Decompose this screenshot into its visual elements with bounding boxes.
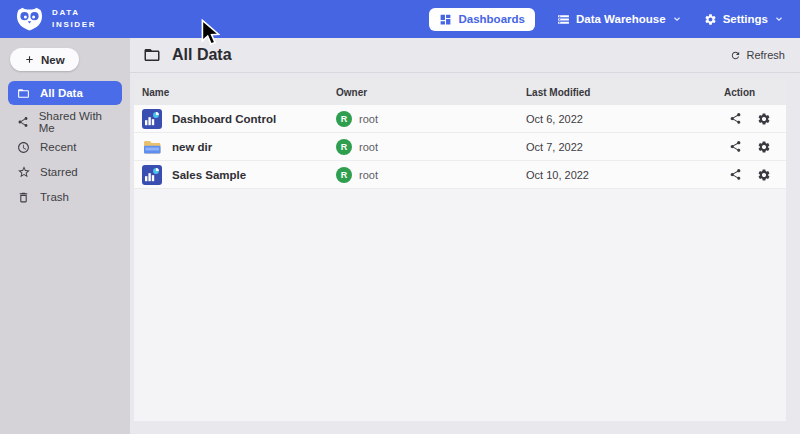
top-navigation: Dashboards Data Warehouse Settings xyxy=(429,8,784,31)
file-name: new dir xyxy=(172,141,212,153)
folder-file-icon xyxy=(142,137,162,157)
owner-avatar: R xyxy=(336,139,352,155)
sidebar-item-shared-with-me[interactable]: Shared With Me xyxy=(8,110,122,134)
owner-avatar: R xyxy=(336,111,352,127)
new-button-label: New xyxy=(41,54,65,66)
data-warehouse-label: Data Warehouse xyxy=(576,13,666,25)
main-content: All Data Refresh Name Owner Last Modifie… xyxy=(130,38,800,434)
column-header-owner: Owner xyxy=(336,87,526,98)
star-icon xyxy=(16,165,31,179)
sidebar-item-starred[interactable]: Starred xyxy=(8,160,122,184)
refresh-button[interactable]: Refresh xyxy=(730,49,785,61)
page-header: All Data Refresh xyxy=(130,38,800,73)
dashboards-label: Dashboards xyxy=(458,13,524,25)
file-table-card: Name Owner Last Modified Action Dashboar… xyxy=(134,79,786,421)
sidebar-item-label: Starred xyxy=(40,166,78,178)
owner-avatar: R xyxy=(336,167,352,183)
share-action-button[interactable] xyxy=(729,140,742,153)
refresh-icon xyxy=(730,50,741,61)
settings-label: Settings xyxy=(723,13,768,25)
share-action-button[interactable] xyxy=(729,168,742,181)
settings-action-button[interactable] xyxy=(757,140,771,154)
file-name: Sales Sample xyxy=(172,169,246,181)
trash-icon xyxy=(16,191,31,204)
app-name: DATA INSIDER xyxy=(52,7,96,30)
share-icon xyxy=(16,116,30,128)
owner-name: root xyxy=(359,169,378,181)
dashboard-file-icon xyxy=(142,109,162,129)
dashboard-file-icon xyxy=(142,165,162,185)
column-header-last-modified: Last Modified xyxy=(526,87,724,98)
settings-nav-button[interactable]: Settings xyxy=(704,13,784,26)
owner-name: root xyxy=(359,113,378,125)
share-icon xyxy=(729,168,742,181)
gear-icon xyxy=(757,112,771,126)
app-window: DATA INSIDER Dashboards Data Warehouse xyxy=(0,0,800,434)
app-logo: DATA INSIDER xyxy=(16,7,96,31)
sidebar-item-recent[interactable]: Recent xyxy=(8,135,122,159)
table-header-row: Name Owner Last Modified Action xyxy=(134,79,786,105)
sidebar: New All Data Shared With Me Recent xyxy=(0,38,130,434)
gear-icon xyxy=(757,140,771,154)
data-warehouse-nav-button[interactable]: Data Warehouse xyxy=(557,13,682,26)
last-modified-date: Oct 7, 2022 xyxy=(526,141,724,153)
table-row[interactable]: Sales Sample R root Oct 10, 2022 xyxy=(134,161,786,189)
sidebar-item-label: All Data xyxy=(40,87,83,99)
clock-icon xyxy=(16,141,31,154)
settings-action-button[interactable] xyxy=(757,112,771,126)
chevron-down-icon xyxy=(774,14,784,24)
new-button[interactable]: New xyxy=(10,48,79,71)
owner-name: root xyxy=(359,141,378,153)
dashboards-nav-button[interactable]: Dashboards xyxy=(429,8,534,31)
refresh-label: Refresh xyxy=(746,49,785,61)
plus-icon xyxy=(24,54,35,65)
sidebar-item-label: Trash xyxy=(40,191,69,203)
page-title: All Data xyxy=(172,46,232,64)
share-icon xyxy=(729,140,742,153)
share-action-button[interactable] xyxy=(729,112,742,125)
chevron-down-icon xyxy=(672,14,682,24)
share-icon xyxy=(729,112,742,125)
last-modified-date: Oct 6, 2022 xyxy=(526,113,724,125)
sidebar-item-all-data[interactable]: All Data xyxy=(8,81,122,105)
main-layout: New All Data Shared With Me Recent xyxy=(0,38,800,434)
database-icon xyxy=(557,13,570,26)
folder-icon xyxy=(16,87,31,100)
file-name: Dashboard Control xyxy=(172,113,276,125)
sidebar-item-label: Recent xyxy=(40,141,76,153)
settings-action-button[interactable] xyxy=(757,168,771,182)
top-bar: DATA INSIDER Dashboards Data Warehouse xyxy=(0,0,800,38)
sidebar-item-trash[interactable]: Trash xyxy=(8,185,122,209)
dashboards-grid-icon xyxy=(439,13,452,26)
gear-icon xyxy=(757,168,771,182)
gear-icon xyxy=(704,13,717,26)
owl-logo-icon xyxy=(16,7,43,31)
column-header-name: Name xyxy=(142,87,336,98)
column-header-action: Action xyxy=(724,87,786,98)
table-row[interactable]: Dashboard Control R root Oct 6, 2022 xyxy=(134,105,786,133)
table-row[interactable]: new dir R root Oct 7, 2022 xyxy=(134,133,786,161)
sidebar-item-label: Shared With Me xyxy=(39,110,114,134)
folder-outline-icon xyxy=(143,46,161,64)
last-modified-date: Oct 10, 2022 xyxy=(526,169,724,181)
